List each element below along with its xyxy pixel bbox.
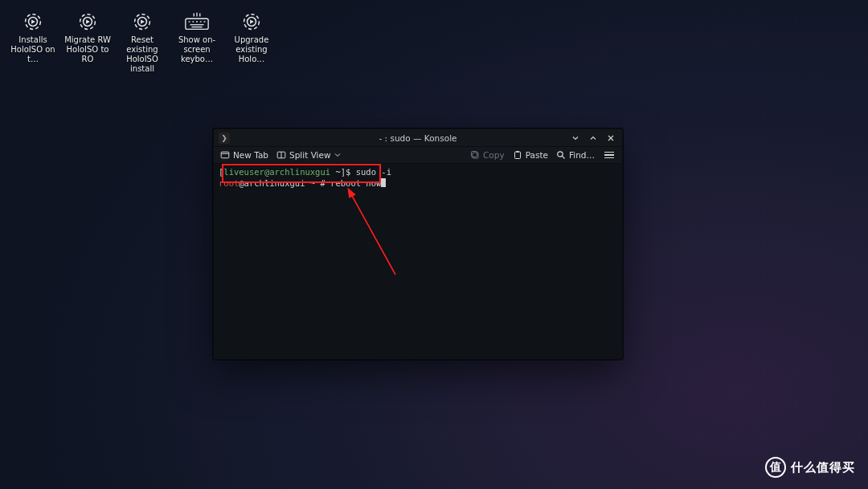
keyboard-icon [182, 10, 212, 34]
menu-button[interactable] [603, 150, 616, 161]
svg-line-29 [563, 157, 565, 159]
terminal-icon: ❯ [219, 132, 230, 144]
split-view-label: Split View [289, 150, 331, 160]
window-titlebar[interactable]: ❯ - : sudo — Konsole [214, 129, 622, 147]
gear-icon [127, 10, 158, 34]
watermark-text: 什么值得买 [791, 460, 855, 475]
close-icon [607, 134, 615, 142]
new-tab-label: New Tab [233, 150, 268, 160]
desktop-icon-label: Reset existing HoloISO install [117, 35, 167, 74]
paste-label: Paste [526, 150, 548, 160]
desktop-icon-onscreen-keyboard[interactable]: Show on-screen keybo… [172, 6, 222, 77]
desktop-icon-row: Installs HoloISO on t… Migrate RW HoloIS… [8, 6, 276, 77]
svg-rect-27 [516, 151, 518, 153]
new-tab-button[interactable]: New Tab [220, 150, 268, 160]
close-button[interactable] [603, 132, 619, 145]
terminal-line: [liveuser@archlinuxgui ~]$ sudo -i [219, 166, 617, 177]
desktop-icon-upgrade-holoiso[interactable]: Upgrade existing Holo… [227, 6, 276, 77]
desktop-icon-label: Show on-screen keybo… [172, 35, 222, 64]
find-label: Find… [569, 150, 595, 160]
chevron-up-icon [589, 134, 597, 142]
window-title: - : sudo — Konsole [214, 133, 622, 143]
svg-marker-8 [141, 19, 145, 23]
gear-icon [236, 10, 267, 34]
chevron-down-icon [334, 152, 341, 158]
window-controls [567, 129, 619, 147]
terminal-area[interactable]: [liveuser@archlinuxgui ~]$ sudo -i root@… [214, 164, 622, 359]
new-tab-icon [220, 150, 230, 160]
svg-rect-26 [514, 152, 520, 159]
split-view-button[interactable]: Split View [276, 150, 341, 160]
copy-button[interactable]: Copy [470, 150, 505, 160]
copy-label: Copy [483, 150, 505, 160]
watermark: 值 什么值得买 [765, 457, 855, 478]
terminal-line: root@archlinuxgui ~ # reboot now [219, 177, 617, 189]
minimize-button[interactable] [567, 132, 583, 145]
gear-icon [18, 10, 48, 34]
search-icon [556, 150, 566, 160]
svg-point-28 [558, 152, 563, 157]
desktop-icon-migrate-rw[interactable]: Migrate RW HoloISO to RO [63, 6, 113, 77]
paste-icon [513, 150, 522, 160]
svg-rect-20 [221, 152, 229, 158]
svg-rect-9 [186, 18, 208, 29]
desktop-icon-label: Upgrade existing Holo… [227, 35, 276, 64]
konsole-window[interactable]: ❯ - : sudo — Konsole New Tab [213, 128, 623, 360]
copy-icon [470, 150, 480, 160]
gear-icon [72, 10, 103, 34]
find-button[interactable]: Find… [556, 150, 595, 160]
konsole-toolbar: New Tab Split View Copy [214, 147, 622, 164]
chevron-down-icon [571, 134, 579, 142]
hamburger-icon [604, 152, 614, 153]
maximize-button[interactable] [585, 132, 601, 145]
paste-button[interactable]: Paste [513, 150, 548, 160]
split-view-icon [276, 150, 286, 160]
terminal-background-pattern [214, 164, 622, 359]
watermark-badge-icon: 值 [765, 457, 786, 478]
desktop-icon-reset-holoiso[interactable]: Reset existing HoloISO install [117, 6, 167, 77]
desktop-icon-label: Installs HoloISO on t… [8, 35, 58, 64]
svg-marker-2 [31, 19, 35, 23]
desktop-icon-label: Migrate RW HoloISO to RO [63, 35, 113, 64]
desktop-icon-install-holoiso[interactable]: Installs HoloISO on t… [8, 6, 58, 77]
svg-marker-19 [250, 19, 254, 23]
svg-marker-5 [86, 19, 90, 23]
cursor-icon [381, 178, 386, 187]
